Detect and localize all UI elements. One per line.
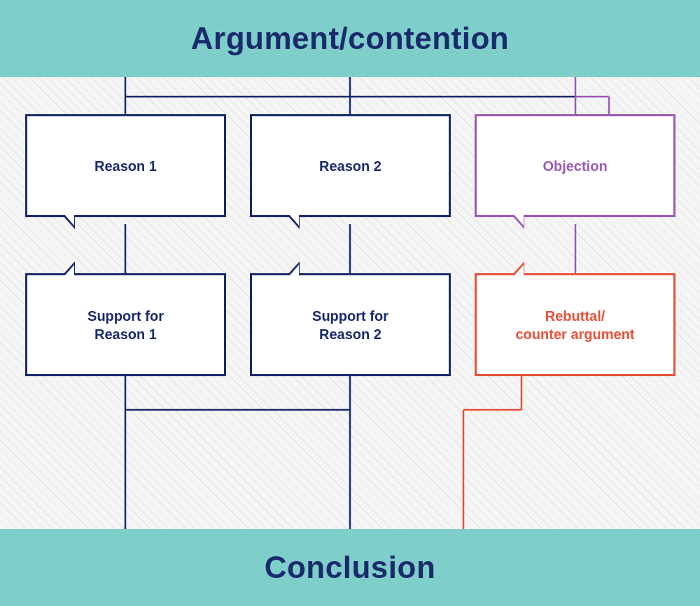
reason2-bubble: Reason 2 [250, 114, 451, 217]
outer-frame: Argument/contention Conclusion [0, 0, 700, 606]
rebuttal-bubble: Rebuttal/ counter argument [475, 273, 676, 376]
support1-bubble: Support for Reason 1 [25, 273, 226, 376]
support2-label: Support for Reason 2 [312, 307, 388, 343]
support1-container: Support for Reason 1 [25, 273, 226, 376]
objection-label: Objection [542, 157, 607, 175]
objection-bubble: Objection [475, 114, 676, 217]
main-content: Reason 1 Reason 2 Objection Support for … [0, 77, 700, 529]
reason1-label: Reason 1 [94, 157, 157, 175]
reason1-bubble: Reason 1 [25, 114, 226, 217]
support2-container: Support for Reason 2 [250, 273, 451, 376]
top-band: Argument/contention [0, 0, 700, 77]
reason1-container: Reason 1 [25, 114, 226, 217]
bottom-band: Conclusion [0, 529, 700, 606]
reason2-container: Reason 2 [250, 114, 451, 217]
support1-label: Support for Reason 1 [88, 307, 164, 343]
rebuttal-label: Rebuttal/ counter argument [515, 307, 634, 343]
rebuttal-container: Rebuttal/ counter argument [475, 273, 676, 376]
header-title: Argument/contention [191, 21, 509, 56]
footer-title: Conclusion [265, 550, 436, 585]
objection-container: Objection [475, 114, 676, 217]
reason2-label: Reason 2 [319, 157, 382, 175]
support2-bubble: Support for Reason 2 [250, 273, 451, 376]
